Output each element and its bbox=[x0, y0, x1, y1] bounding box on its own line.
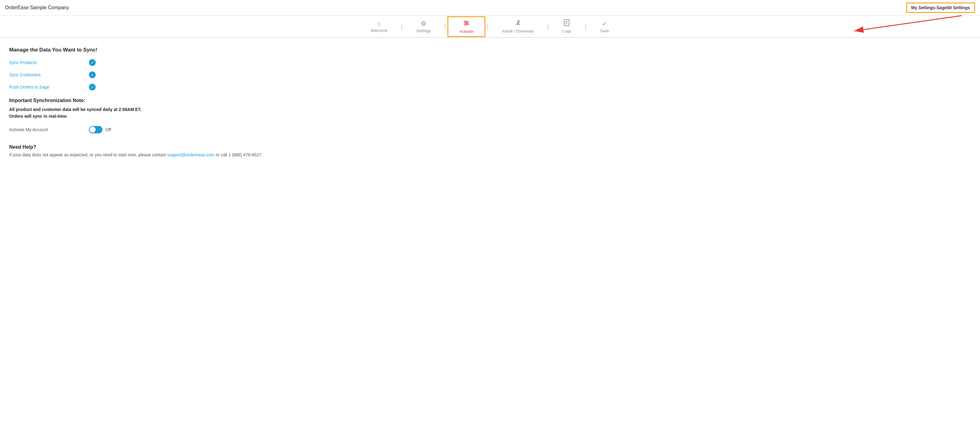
logs-icon bbox=[563, 19, 570, 28]
nav-sep-3: | bbox=[485, 23, 490, 30]
check-icon-orders[interactable]: ✓ bbox=[89, 84, 95, 90]
settings-badge-value: Sage50 Settings bbox=[937, 5, 970, 10]
main-content: Manage the Data You Want to Sync! Sync P… bbox=[0, 38, 276, 167]
gear-icon: ⚙ bbox=[421, 20, 426, 27]
toggle-knob bbox=[89, 127, 95, 133]
svg-point-5 bbox=[465, 24, 467, 25]
nav-item-install-download[interactable]: Install / Download bbox=[490, 16, 546, 37]
nav-bar: ⌂ Welcome | ⚙ Settings | Activate bbox=[0, 16, 980, 38]
nav-label-logs: Logs bbox=[562, 29, 571, 33]
save-icon: ✓ bbox=[602, 20, 607, 27]
help-text: If your data does not appear as expected… bbox=[9, 152, 267, 157]
nav-wrapper: ⌂ Welcome | ⚙ Settings | Activate bbox=[0, 16, 980, 38]
settings-badge-label: My Settings: bbox=[911, 5, 937, 10]
nav-label-install-download: Install / Download bbox=[502, 29, 533, 33]
sync-item-products: Sync Products ✓ bbox=[9, 59, 267, 66]
sync-label-orders: Push Orders to Sage bbox=[9, 85, 70, 89]
nav-sep-5: | bbox=[584, 23, 588, 30]
toggle-state-label: Off bbox=[105, 127, 111, 132]
activate-label: Activate My Account bbox=[9, 127, 70, 132]
nav-item-welcome[interactable]: ⌂ Welcome bbox=[359, 16, 400, 37]
help-section: Need Help? If your data does not appear … bbox=[9, 144, 267, 157]
check-icon-products[interactable]: ✓ bbox=[89, 59, 95, 66]
nav-item-activate[interactable]: Activate bbox=[447, 16, 485, 37]
company-name: OrderEase Sample Company bbox=[5, 5, 69, 10]
home-icon: ⌂ bbox=[377, 20, 381, 27]
sync-item-orders: Push Orders to Sage ✓ bbox=[9, 84, 267, 90]
sync-label-products: Sync Products bbox=[9, 60, 70, 65]
sync-item-customers: Sync Customers ✓ bbox=[9, 71, 267, 78]
nav-item-logs[interactable]: Logs bbox=[550, 16, 583, 37]
nav-item-settings[interactable]: ⚙ Settings bbox=[404, 16, 443, 37]
activate-row: Activate My Account Off bbox=[9, 126, 267, 133]
nav-item-save[interactable]: ✓ Save bbox=[588, 16, 622, 37]
top-bar: OrderEase Sample Company My Settings:Sag… bbox=[0, 0, 980, 16]
nav-label-settings: Settings bbox=[417, 29, 431, 33]
sync-section-title: Manage the Data You Want to Sync! bbox=[9, 47, 267, 53]
svg-point-4 bbox=[467, 22, 468, 24]
nav-label-welcome: Welcome bbox=[371, 28, 388, 33]
nav-sep-1: | bbox=[400, 23, 404, 30]
activate-toggle[interactable] bbox=[89, 126, 102, 133]
important-line1: All product and customer data will be sy… bbox=[9, 107, 267, 112]
nav-sep-4: | bbox=[546, 23, 550, 30]
support-email-link[interactable]: support@orderease.com bbox=[167, 152, 214, 157]
settings-badge[interactable]: My Settings:Sage50 Settings bbox=[906, 2, 975, 13]
toggle-container: Off bbox=[89, 126, 111, 133]
nav-sep-2: | bbox=[443, 23, 447, 30]
download-icon bbox=[514, 19, 521, 28]
sync-label-customers: Sync Customers bbox=[9, 72, 70, 77]
nav-label-activate: Activate bbox=[459, 29, 473, 34]
activate-icon bbox=[463, 20, 470, 28]
svg-point-3 bbox=[465, 21, 466, 22]
check-icon-customers[interactable]: ✓ bbox=[89, 71, 95, 78]
important-line2: Orders will sync in real-time. bbox=[9, 114, 267, 119]
important-title: Important Synchronization Note: bbox=[9, 98, 267, 103]
help-title: Need Help? bbox=[9, 144, 267, 150]
nav-label-save: Save bbox=[600, 29, 609, 33]
